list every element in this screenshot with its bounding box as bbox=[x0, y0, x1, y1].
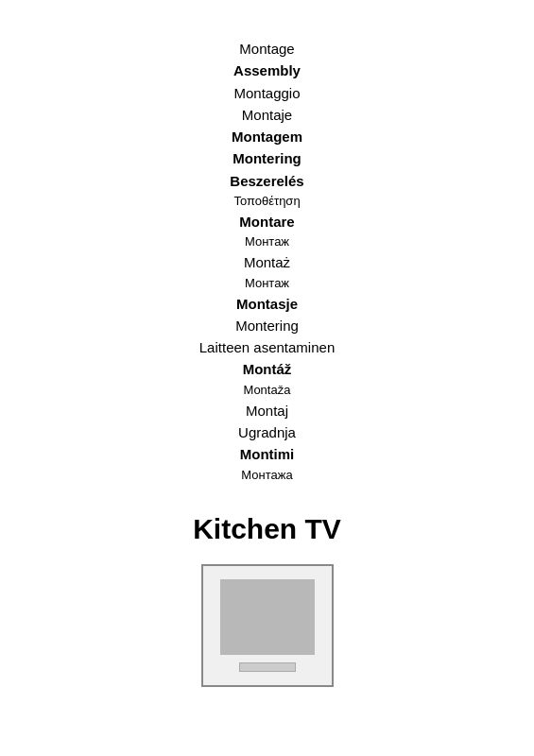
translation-item: Montimi bbox=[240, 443, 295, 465]
translation-item: Ugradnja bbox=[238, 421, 296, 443]
translation-item: Montering bbox=[233, 147, 301, 169]
translation-item: Beszerelés bbox=[230, 170, 303, 192]
tv-illustration bbox=[201, 564, 334, 687]
translation-item: Montaje bbox=[242, 104, 292, 126]
translations-list: MontageAssemblyMontaggioMontajeMontagemM… bbox=[19, 38, 515, 485]
tv-screen bbox=[220, 579, 315, 655]
translation-item: Montaj bbox=[246, 400, 288, 421]
translation-item: Монтажа bbox=[241, 466, 292, 485]
translation-item: Montaggio bbox=[233, 82, 300, 104]
translation-item: Монтаж bbox=[245, 232, 289, 251]
translation-item: Montage bbox=[239, 38, 294, 60]
translation-item: Montare bbox=[239, 211, 294, 232]
translation-item: Montaža bbox=[244, 381, 291, 400]
translation-item: Montasje bbox=[236, 293, 298, 315]
translation-item: Montering bbox=[235, 315, 299, 336]
translation-item: Montáž bbox=[243, 358, 292, 380]
translation-item: Montaż bbox=[244, 251, 290, 273]
translation-item: Монтаж bbox=[245, 274, 289, 293]
tv-stand bbox=[239, 662, 296, 672]
product-title: Kitchen TV bbox=[193, 513, 341, 545]
translation-item: Laitteen asentaminen bbox=[199, 336, 335, 358]
translation-item: Assembly bbox=[233, 60, 301, 81]
translation-item: Montagem bbox=[232, 126, 302, 147]
translation-item: Τοποθέτηση bbox=[233, 192, 300, 211]
